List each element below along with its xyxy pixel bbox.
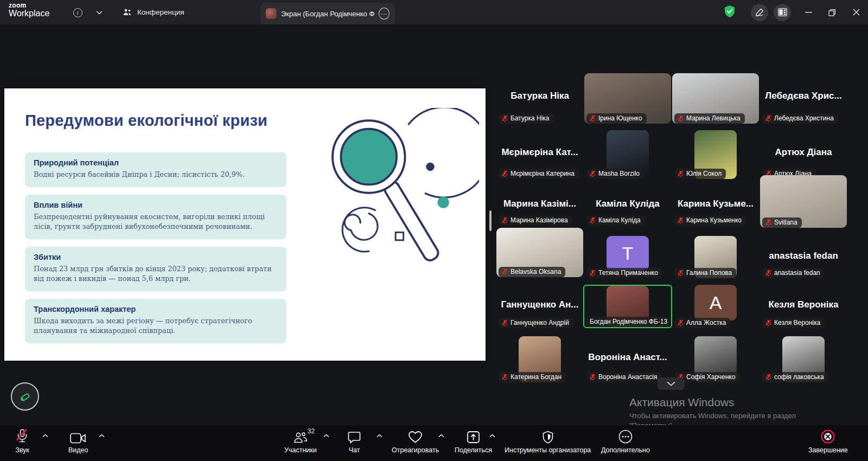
muted-mic-icon <box>502 374 508 381</box>
participant-name: Мєрімєріна Кат... <box>496 147 583 158</box>
share-options-chevron[interactable] <box>489 434 495 438</box>
react-button[interactable]: Отреагировать <box>392 428 439 454</box>
participant-label: anastasia fedan <box>762 268 825 278</box>
participant-tile[interactable]: TТетяна Примаченко <box>584 236 671 278</box>
view-layout-button[interactable] <box>774 4 791 21</box>
video-button[interactable]: Видео <box>68 428 88 454</box>
muted-mic-icon <box>590 115 596 122</box>
annotation-button[interactable] <box>751 4 768 21</box>
close-button[interactable] <box>844 0 868 24</box>
muted-mic-icon <box>678 319 684 326</box>
participant-tile[interactable]: Svitlana <box>760 175 847 228</box>
participant-tile[interactable]: Карина Кузьме...Карина Кузьменко <box>672 184 759 226</box>
muted-mic-icon <box>678 217 684 224</box>
participant-tile[interactable]: Каміла КулідаКаміла Куліда <box>584 184 671 226</box>
heart-icon <box>408 431 423 444</box>
chat-button[interactable]: Чат <box>348 428 361 454</box>
audio-options-chevron[interactable] <box>42 434 48 438</box>
muted-mic-icon <box>502 217 508 224</box>
minimize-button[interactable] <box>796 0 820 24</box>
slide-box-losses: Збитки Понад 23 млрд грн збитків до кінц… <box>25 247 286 291</box>
participant-name: Карина Кузьме... <box>672 199 759 209</box>
participant-tile[interactable]: Вороніна Анаст...Вороніна Анастасія <box>584 336 671 382</box>
participant-label: Богдан Родімченко ФБ-13 <box>586 317 670 327</box>
participant-label: Алла Жостка <box>674 318 730 328</box>
muted-mic-icon <box>765 319 771 326</box>
collapse-gallery-button[interactable] <box>658 377 685 390</box>
participant-tile[interactable]: Батурка НікаБатурка Ніка <box>496 73 583 124</box>
participant-tile[interactable]: Катерина Богдан <box>496 336 583 382</box>
participant-tile[interactable]: Юлія Сокол <box>672 130 759 179</box>
host-tools-button[interactable]: Инструменты организатора <box>505 428 591 454</box>
participant-tile[interactable]: Belavska Oksana <box>496 228 583 277</box>
participant-tile[interactable]: софія лаковська <box>760 336 847 382</box>
security-shield-button[interactable] <box>724 5 736 20</box>
shared-screen-slide: Передумови екологічної кризи Природний п… <box>4 88 486 361</box>
participant-name: Ганнущенко Ан... <box>496 299 583 310</box>
panel-drag-handle[interactable] <box>489 210 492 231</box>
end-meeting-button[interactable]: Завершение <box>808 428 848 454</box>
more-button[interactable]: Дополнительно <box>601 428 650 454</box>
participant-label: Мєрімєріна Катерина <box>499 169 579 179</box>
muted-mic-icon <box>502 319 508 326</box>
mic-muted-icon <box>15 428 29 444</box>
muted-mic-icon <box>590 270 596 277</box>
restore-button[interactable] <box>820 0 844 24</box>
muted-mic-icon <box>765 374 771 381</box>
participant-tile[interactable]: Марина Казімі...Марина Казімірова <box>496 184 583 226</box>
participant-label: Галина Попова <box>674 268 736 278</box>
participant-label: Вороніна Анастасія <box>586 372 661 382</box>
tab-screen-share[interactable]: Экран (Богдан Родімченко ФБ-1 ... <box>260 3 395 24</box>
green-pencil-icon <box>18 390 31 403</box>
participant-label: софія лаковська <box>762 372 828 382</box>
participant-letter-avatar: T <box>607 236 649 271</box>
participant-tile[interactable]: Марина Левицька <box>672 73 759 124</box>
host-tools-shield-icon <box>542 431 554 444</box>
participant-tile[interactable]: Кезля ВеронікаКезля Вероніка <box>760 285 847 328</box>
participant-tile[interactable]: Софія Харченко <box>672 336 759 382</box>
people-icon <box>123 8 132 16</box>
participant-label: Тетяна Примаченко <box>586 268 662 278</box>
video-options-chevron[interactable] <box>99 434 105 438</box>
close-icon <box>853 9 860 16</box>
magnifier-illustration <box>316 108 479 271</box>
pencil-icon <box>755 8 764 17</box>
minimize-icon <box>805 12 812 13</box>
annotate-pencil-button[interactable] <box>11 382 39 411</box>
share-screen-button[interactable]: Поделиться <box>455 428 492 454</box>
meeting-info-button[interactable]: i <box>69 4 86 21</box>
muted-mic-icon <box>678 170 684 177</box>
participants-options-chevron[interactable] <box>323 434 329 438</box>
tab-more-icon[interactable]: ... <box>379 8 390 20</box>
share-screen-icon <box>467 431 480 444</box>
participant-tile[interactable]: Мєрімєріна Кат...Мєрімєріна Катерина <box>496 130 583 179</box>
react-options-chevron[interactable] <box>438 434 444 438</box>
slide-box-natural-potential: Природний потенціал Водні ресурси басейн… <box>25 152 286 187</box>
participant-label: Карина Кузьменко <box>674 215 746 226</box>
participant-name: Марина Казімі... <box>496 199 583 209</box>
participants-count-badge: 32 <box>308 427 315 435</box>
participant-tile[interactable]: Masha Borzilo <box>584 130 671 179</box>
participant-label: Юлія Сокол <box>674 169 726 179</box>
muted-mic-icon <box>765 115 771 122</box>
muted-mic-icon <box>502 115 508 122</box>
participants-button[interactable]: 32 Участники <box>284 428 317 454</box>
shield-check-icon <box>724 5 736 18</box>
titlebar-dropdown-button[interactable] <box>91 4 107 21</box>
restore-icon <box>828 9 836 16</box>
participant-tile[interactable]: Артюх ДіанаАртюх Діана <box>760 130 847 179</box>
participant-tile[interactable]: Галина Попова <box>672 236 759 278</box>
slide-box-war-impact: Вплив війни Безпрецедентні руйнування ек… <box>25 195 286 239</box>
tab-conference[interactable]: Конференция <box>115 0 192 24</box>
participant-label: Марина Левицька <box>674 113 745 124</box>
chat-options-chevron[interactable] <box>376 434 382 438</box>
audio-button[interactable]: Звук <box>15 428 29 454</box>
muted-mic-icon <box>590 374 596 381</box>
participant-tile[interactable]: AАлла Жостка <box>672 285 759 328</box>
participant-tile[interactable]: anastasia fedananastasia fedan <box>760 236 847 278</box>
participant-tile[interactable]: Ірина Ющенко <box>584 73 671 124</box>
participant-tile[interactable]: Лебедєва Хрис...Лебедєва Христина <box>760 73 847 124</box>
slide-box-transboundary: Транскордонний характер Шкода виходить з… <box>25 299 286 343</box>
participant-tile[interactable]: Богдан Родімченко ФБ-13 <box>584 286 671 327</box>
participant-tile[interactable]: Ганнущенко Ан...Ганнущенко Андрій <box>496 285 583 328</box>
